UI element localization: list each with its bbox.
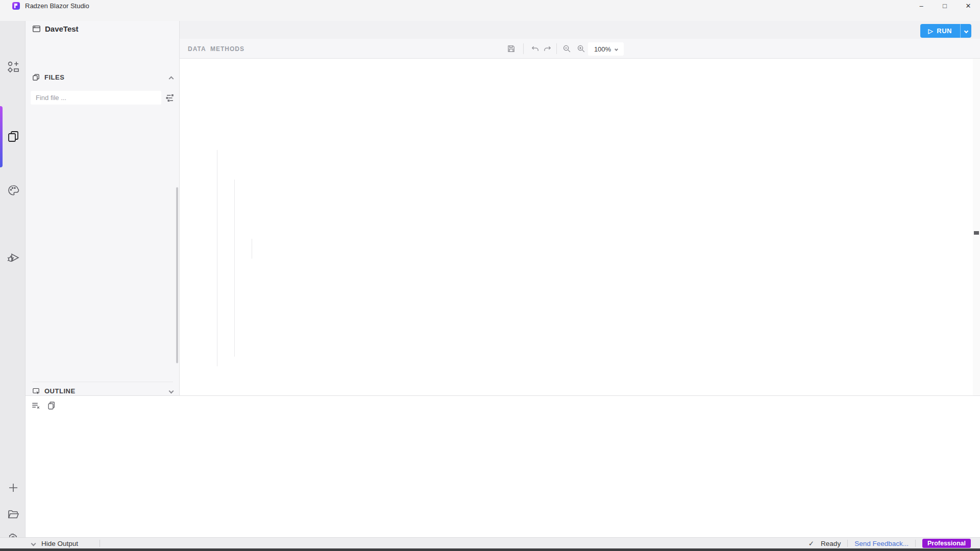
close-button[interactable]: ✕ bbox=[957, 0, 980, 12]
maximize-button[interactable]: □ bbox=[933, 0, 957, 12]
find-file-input[interactable] bbox=[31, 91, 161, 105]
hide-output-chevron-icon[interactable] bbox=[31, 541, 36, 546]
ready-check-icon: ✓ bbox=[808, 539, 814, 547]
tab-methods[interactable]: METHODS bbox=[210, 45, 244, 53]
menu-bar bbox=[0, 12, 980, 21]
zoom-in-icon[interactable] bbox=[577, 44, 585, 53]
expand-chevron-icon[interactable] bbox=[169, 389, 174, 394]
minimize-button[interactable]: – bbox=[910, 0, 933, 12]
app-window-icon bbox=[32, 24, 41, 33]
new-project-icon[interactable] bbox=[7, 482, 19, 494]
files-section-title: FILES bbox=[44, 73, 64, 81]
code-editor[interactable] bbox=[180, 59, 973, 395]
undo-icon[interactable] bbox=[531, 44, 540, 53]
pages-files-icon[interactable] bbox=[7, 131, 19, 143]
save-icon[interactable] bbox=[507, 44, 516, 53]
tab-data[interactable]: DATA bbox=[188, 45, 206, 53]
project-header: DaveTest bbox=[32, 24, 79, 33]
status-bar: Hide Output ✓ Ready Send Feedback... Pro… bbox=[0, 537, 980, 548]
app-window: Radzen Blazor Studio – □ ✕ bbox=[0, 0, 980, 551]
ready-status: Ready bbox=[821, 540, 841, 547]
files-section-header[interactable]: FILES bbox=[32, 73, 173, 81]
project-panel: DaveTest FILES OUTLINE bbox=[26, 21, 180, 395]
app-title: Radzen Blazor Studio bbox=[25, 2, 89, 10]
indent-guide bbox=[252, 239, 252, 259]
collapse-chevron-icon[interactable] bbox=[169, 76, 174, 81]
window-bottom-edge bbox=[0, 548, 980, 551]
zoom-level-dropdown[interactable]: 100% bbox=[588, 42, 624, 56]
indent-guide bbox=[234, 180, 235, 357]
designer-shapes-icon[interactable] bbox=[7, 61, 19, 73]
debug-run-icon[interactable] bbox=[7, 252, 19, 264]
output-panel bbox=[26, 395, 980, 537]
clear-output-icon[interactable] bbox=[31, 401, 40, 410]
tree-view-icon[interactable] bbox=[165, 93, 175, 103]
files-scrollbar[interactable] bbox=[176, 187, 178, 363]
indent-guide bbox=[217, 150, 217, 366]
outline-section-title: OUTLINE bbox=[44, 387, 76, 395]
outline-icon bbox=[32, 387, 40, 395]
title-bar: Radzen Blazor Studio – □ ✕ bbox=[0, 0, 980, 12]
project-name: DaveTest bbox=[45, 24, 79, 33]
editor-scrollbar[interactable] bbox=[973, 59, 980, 395]
play-icon: ▷ bbox=[928, 28, 934, 35]
hide-output-button[interactable]: Hide Output bbox=[41, 540, 78, 547]
files-icon bbox=[32, 73, 40, 81]
outline-section-header[interactable]: OUTLINE bbox=[32, 382, 173, 395]
activity-rail bbox=[0, 21, 26, 548]
send-feedback-link[interactable]: Send Feedback... bbox=[854, 540, 909, 547]
editor-toolbar: DATA METHODS 100% bbox=[180, 39, 980, 59]
zoom-out-icon[interactable] bbox=[562, 44, 571, 53]
copy-output-icon[interactable] bbox=[47, 401, 56, 410]
editor-region: ▷RUN DATA METHODS 100% bbox=[180, 21, 980, 395]
open-folder-icon[interactable] bbox=[7, 508, 19, 520]
run-button[interactable]: ▷RUN bbox=[920, 24, 960, 38]
radzen-logo-icon bbox=[12, 2, 20, 10]
active-rail-indicator bbox=[0, 106, 3, 167]
theme-palette-icon[interactable] bbox=[7, 184, 19, 196]
redo-icon[interactable] bbox=[543, 44, 552, 53]
run-dropdown-button[interactable] bbox=[960, 24, 971, 38]
edition-badge: Professional bbox=[922, 539, 971, 548]
scrollbar-mark bbox=[974, 231, 979, 235]
